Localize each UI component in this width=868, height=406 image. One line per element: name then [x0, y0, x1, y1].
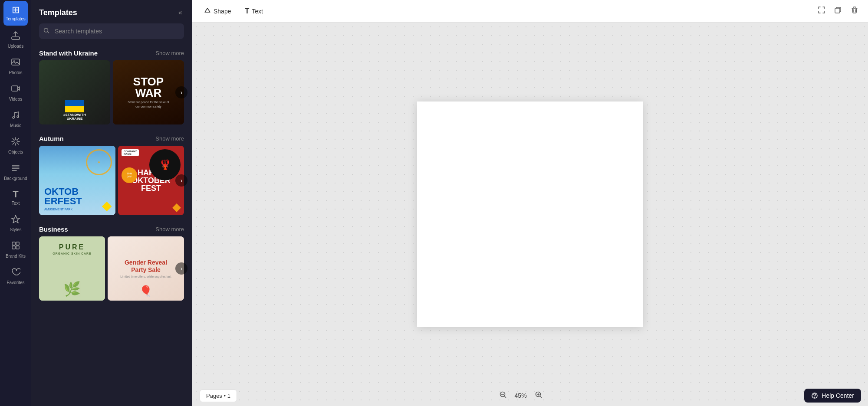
top-toolbar: Shape T Text: [192, 0, 868, 23]
photos-label: Photos: [9, 70, 22, 75]
gender-reveal-content: Gender RevealParty Sale Limited time off…: [120, 259, 171, 278]
brand-kits-label: Brand Kits: [6, 254, 26, 259]
expand-button[interactable]: [815, 3, 828, 19]
sidebar-item-styles[interactable]: Styles: [0, 210, 31, 236]
pages-indicator[interactable]: Pages • 1: [200, 390, 237, 402]
svg-rect-3: [12, 86, 18, 91]
section-header-ukraine: Stand with Ukraine Show more: [31, 46, 192, 60]
brand-kits-icon: [11, 241, 20, 252]
sidebar-item-videos[interactable]: Videos: [0, 79, 31, 106]
sidebar-item-brand-kits[interactable]: Brand Kits: [0, 236, 31, 263]
objects-icon: [11, 137, 20, 148]
zoom-controls: 45%: [497, 389, 544, 403]
svg-rect-8: [16, 242, 19, 245]
search-input[interactable]: [39, 23, 184, 39]
text-tool-button[interactable]: T Text: [240, 5, 268, 18]
templates-icon: ⊞: [12, 5, 20, 15]
sidebar-item-background[interactable]: Background: [0, 159, 31, 185]
standwith-text: #STANDWITHUKRAINE: [39, 113, 110, 121]
sidebar-item-photos[interactable]: Photos: [0, 53, 31, 79]
svg-rect-9: [12, 246, 15, 249]
sidebar-item-uploads[interactable]: Uploads: [0, 26, 31, 53]
diamond-badge: [103, 203, 110, 210]
shape-tool-button[interactable]: Shape: [199, 4, 236, 18]
zoom-in-button[interactable]: [533, 389, 544, 403]
panel-header: Templates «: [31, 0, 192, 23]
ukraine-section-title: Stand with Ukraine: [39, 49, 98, 57]
gender-reveal-label: Gender RevealParty Sale: [120, 259, 171, 274]
business-section-title: Business: [39, 226, 68, 233]
sidebar-item-templates[interactable]: ⊞ Templates: [3, 1, 28, 26]
music-label: Music: [10, 123, 21, 128]
ukraine-next-button[interactable]: ›: [175, 86, 187, 98]
sidebar-item-text[interactable]: T Text: [0, 185, 31, 210]
music-icon: [11, 110, 20, 121]
zoom-level: 45%: [512, 392, 529, 399]
balloon-icon: 🎈: [139, 285, 152, 297]
autumn-template-row: OKTOBERFEST AMUSEMENT PARK 🦞 COMPANYN: [31, 146, 192, 215]
sidebar-item-favorites[interactable]: Favorites: [0, 263, 31, 289]
autumn-template-card-1[interactable]: OKTOBERFEST AMUSEMENT PARK: [39, 146, 115, 215]
pure-content: PURE ORGANIC SKIN CARE: [53, 243, 91, 255]
toolbar-right: [815, 3, 861, 19]
ukraine-template-card-2[interactable]: STOPWAR Strive for peace for the sake of…: [113, 60, 184, 124]
autumn-show-more[interactable]: Show more: [155, 135, 184, 142]
ukraine-show-more[interactable]: Show more: [155, 50, 184, 56]
photos-icon: [11, 57, 20, 69]
delete-button[interactable]: [848, 3, 861, 19]
sidebar-item-music[interactable]: Music: [0, 106, 31, 132]
autumn-template-card-2[interactable]: 🦞 COMPANYNAME 50%OFF HAPPYOKTOBERFEST: [118, 146, 184, 215]
stop-war-label: STOPWAR: [128, 76, 169, 98]
company-badge: COMPANYNAME: [122, 149, 139, 156]
templates-panel: Templates « Stand with Ukraine Show more: [31, 0, 192, 406]
autumn-next-button[interactable]: ›: [175, 174, 187, 187]
svg-rect-10: [16, 246, 19, 249]
templates-label: Templates: [6, 16, 26, 21]
duplicate-button[interactable]: [832, 3, 845, 19]
sidebar-item-objects[interactable]: Objects: [0, 132, 31, 159]
gender-reveal-sub: Limited time offers, while supplies last: [120, 275, 171, 278]
objects-label: Objects: [8, 150, 23, 154]
ukraine-template-card-1[interactable]: #STANDWITHUKRAINE: [39, 60, 110, 124]
section-business: Business Show more PURE ORGANIC SKIN CAR…: [31, 222, 192, 301]
svg-point-4: [13, 117, 14, 118]
leaves-icon: 🌿: [63, 281, 81, 297]
videos-icon: [11, 84, 20, 95]
zoom-out-button[interactable]: [497, 389, 509, 403]
templates-scroll: Stand with Ukraine Show more #STANDWITHU…: [31, 46, 192, 406]
favorites-icon: [11, 267, 20, 278]
business-template-card-2[interactable]: Gender RevealParty Sale Limited time off…: [108, 236, 184, 301]
business-next-button[interactable]: ›: [175, 262, 187, 275]
svg-rect-7: [12, 242, 15, 245]
svg-point-5: [17, 116, 19, 118]
business-template-card-1[interactable]: PURE ORGANIC SKIN CARE 🌿: [39, 236, 105, 301]
svg-rect-0: [12, 37, 20, 39]
text-toolbar-icon: T: [245, 7, 249, 15]
help-center-label: Help Center: [822, 392, 854, 399]
diamond-badge-2: [174, 205, 180, 211]
main-area: Shape T Text Pages • 1: [192, 0, 868, 406]
uploads-label: Uploads: [8, 44, 24, 49]
business-show-more[interactable]: Show more: [155, 226, 184, 232]
bottom-bar: Pages • 1 45% Help Center: [193, 385, 868, 406]
autumn-section-title: Autumn: [39, 135, 64, 142]
search-bar: [39, 23, 184, 39]
uploads-icon: [11, 31, 20, 42]
ukraine-flag: [65, 100, 84, 112]
section-stand-with-ukraine: Stand with Ukraine Show more #STANDWITHU…: [31, 46, 192, 124]
stop-war-subtext: Strive for peace for the sake ofour comm…: [128, 100, 169, 109]
collapse-button[interactable]: «: [177, 7, 184, 18]
svg-rect-12: [835, 8, 840, 13]
background-label: Background: [4, 176, 27, 181]
ukraine-template-row: #STANDWITHUKRAINE STOPWAR Strive for pea…: [31, 60, 192, 124]
dark-circle-badge: 🦞: [149, 149, 181, 180]
text-sidebar-icon: T: [13, 190, 18, 199]
section-header-business: Business Show more: [31, 222, 192, 236]
styles-icon: [11, 214, 20, 226]
canvas-area: [192, 23, 868, 406]
help-center-button[interactable]: Help Center: [804, 389, 861, 403]
toolbar-left: Shape T Text: [199, 4, 268, 18]
section-header-autumn: Autumn Show more: [31, 131, 192, 146]
svg-point-6: [14, 140, 17, 143]
shape-tool-label: Shape: [214, 8, 231, 15]
